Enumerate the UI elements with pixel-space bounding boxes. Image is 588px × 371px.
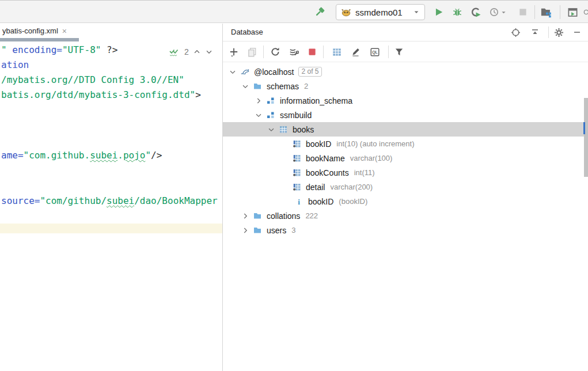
column-type: int(10) (auto increment) bbox=[336, 139, 414, 148]
tree-node-label: books bbox=[293, 125, 314, 134]
run-tool-window-icon bbox=[567, 7, 578, 18]
toolbar-separator bbox=[323, 46, 324, 58]
refresh-button[interactable] bbox=[270, 47, 280, 57]
hide-panel-button[interactable] bbox=[572, 27, 582, 37]
code-token: "com.github. bbox=[24, 150, 90, 161]
collapse-all-button[interactable] bbox=[530, 27, 540, 37]
datasource-properties-button[interactable] bbox=[289, 47, 299, 57]
tree-row-information-schema[interactable]: information_schema bbox=[223, 93, 352, 108]
code-line-5[interactable]: ame="com.github.subei.pojo"/> bbox=[1, 150, 162, 161]
database-panel-header: Database bbox=[223, 24, 588, 41]
index-icon: i bbox=[294, 197, 304, 206]
vertical-scrollbar-thumb[interactable] bbox=[584, 98, 588, 177]
clipped-toolbar-icon[interactable] bbox=[582, 6, 588, 18]
tree-node-label: information_schema bbox=[280, 96, 352, 105]
profiler-button[interactable] bbox=[488, 6, 500, 18]
hammer-icon bbox=[314, 6, 325, 18]
build-hammer-button[interactable] bbox=[314, 6, 325, 18]
header-separator bbox=[548, 26, 549, 38]
run-configuration-selector[interactable]: ssmdemo01 bbox=[336, 4, 425, 20]
tree-row-col-detail[interactable]: detail varchar(200) bbox=[223, 180, 373, 194]
panel-title: Database bbox=[231, 28, 263, 36]
inspections-ok-icon bbox=[169, 47, 180, 57]
tree-row-users[interactable]: users 3 bbox=[223, 223, 295, 237]
duplicate-button-disabled bbox=[247, 47, 257, 57]
copy-icon bbox=[247, 47, 257, 57]
ide-window: ssmdemo01 bbox=[0, 0, 588, 371]
add-datasource-button[interactable] bbox=[229, 47, 239, 57]
ql-label: QL bbox=[372, 50, 378, 55]
code-token: source= bbox=[1, 195, 40, 206]
debug-button[interactable] bbox=[452, 6, 463, 18]
chevron-right-icon[interactable] bbox=[241, 211, 250, 221]
code-line-3[interactable]: /mybatis.org//DTD Config 3.0//EN" bbox=[1, 75, 184, 85]
code-token-typo: subei bbox=[90, 150, 117, 161]
tree-row-index-bookid[interactable]: i bookID (bookID) bbox=[223, 194, 367, 209]
tree-row-ssmbuild[interactable]: ssmbuild bbox=[223, 108, 312, 122]
filter-funnel-icon bbox=[394, 47, 404, 57]
run-with-coverage-button[interactable] bbox=[470, 6, 481, 18]
tree-node-label: users bbox=[267, 226, 286, 235]
code-line-2[interactable]: ation bbox=[1, 60, 29, 70]
tree-node-label: @localhost bbox=[254, 67, 294, 77]
column-type: int(11) bbox=[354, 168, 375, 177]
code-line-6[interactable]: source="com/github/subei/dao/BookMapper bbox=[1, 196, 218, 206]
active-tab-underline bbox=[0, 38, 79, 41]
column-type: varchar(100) bbox=[350, 154, 393, 162]
folder-icon bbox=[253, 226, 262, 235]
stop-square-icon bbox=[518, 7, 528, 17]
view-table-data-button[interactable] bbox=[332, 47, 342, 57]
chevron-right-icon[interactable] bbox=[254, 96, 263, 105]
tree-row-col-bookname[interactable]: bookName varchar(100) bbox=[223, 151, 392, 165]
tab-mybatis-config-xml[interactable]: ybatis-config.xml × bbox=[0, 24, 70, 38]
filter-button[interactable] bbox=[394, 47, 404, 57]
next-issue-chevron-icon[interactable] bbox=[205, 48, 213, 56]
code-token: " bbox=[145, 150, 151, 161]
inspections-count: 2 bbox=[184, 47, 189, 56]
table-column-icon bbox=[292, 154, 301, 163]
disconnect-stop-button[interactable] bbox=[307, 47, 317, 57]
column-name: bookName bbox=[306, 154, 345, 163]
tree-row-collations[interactable]: collations 222 bbox=[223, 209, 318, 223]
chevron-down-icon[interactable] bbox=[241, 82, 250, 91]
modify-edit-button[interactable] bbox=[351, 47, 361, 57]
editor-panel[interactable]: ybatis-config.xml × " encoding="UTF-8" ?… bbox=[0, 24, 222, 371]
project-structure-button[interactable] bbox=[540, 6, 552, 18]
code-line-1[interactable]: " encoding="UTF-8" ?> bbox=[1, 45, 117, 55]
play-icon bbox=[434, 7, 444, 17]
chevron-right-icon[interactable] bbox=[241, 226, 250, 235]
tab-close-icon[interactable]: × bbox=[62, 26, 67, 36]
code-token: /mybatis.org//DTD Config 3.0//EN" bbox=[1, 74, 184, 85]
table-grid-icon bbox=[332, 47, 342, 57]
settings-button[interactable] bbox=[553, 27, 564, 37]
column-name: detail bbox=[306, 183, 325, 192]
run-tool-window-button[interactable] bbox=[567, 6, 578, 18]
tree-row-localhost[interactable]: @localhost 2 of 5 bbox=[223, 65, 322, 79]
tree-node-label: schemas bbox=[267, 82, 299, 91]
target-crosshair-icon bbox=[511, 28, 521, 37]
locate-object-button[interactable] bbox=[510, 27, 521, 37]
previous-issue-chevron-icon[interactable] bbox=[193, 48, 201, 56]
minimize-dash-icon bbox=[572, 28, 582, 37]
tree-row-col-bookcounts[interactable]: bookCounts int(11) bbox=[223, 165, 375, 180]
profiler-dropdown-chevron[interactable] bbox=[500, 6, 507, 18]
selection-scroll-marker bbox=[583, 122, 585, 134]
chevron-down-icon[interactable] bbox=[267, 125, 276, 134]
code-line-4[interactable]: batis.org/dtd/mybatis-3-config.dtd"> bbox=[1, 90, 201, 100]
run-with-coverage-icon bbox=[471, 7, 481, 17]
chevron-down-icon[interactable] bbox=[254, 111, 263, 120]
run-button[interactable] bbox=[433, 6, 445, 18]
chevron-down-icon[interactable] bbox=[228, 67, 237, 77]
code-token: . bbox=[117, 150, 123, 161]
jump-to-console-button[interactable]: QL bbox=[370, 47, 380, 57]
code-token: encoding= bbox=[12, 44, 62, 55]
code-token: batis.org/dtd/mybatis-3-config.dtd" bbox=[1, 89, 195, 100]
code-token-typo: pojo bbox=[123, 150, 146, 161]
table-column-icon bbox=[292, 168, 301, 177]
tree-row-schemas[interactable]: schemas 2 bbox=[223, 79, 308, 93]
pencil-icon bbox=[351, 47, 361, 57]
index-columns: (bookID) bbox=[339, 197, 367, 206]
code-token: ation bbox=[1, 59, 29, 70]
tree-row-col-bookid[interactable]: bookID int(10) (auto increment) bbox=[223, 137, 414, 151]
tree-row-books[interactable]: books bbox=[223, 122, 584, 137]
